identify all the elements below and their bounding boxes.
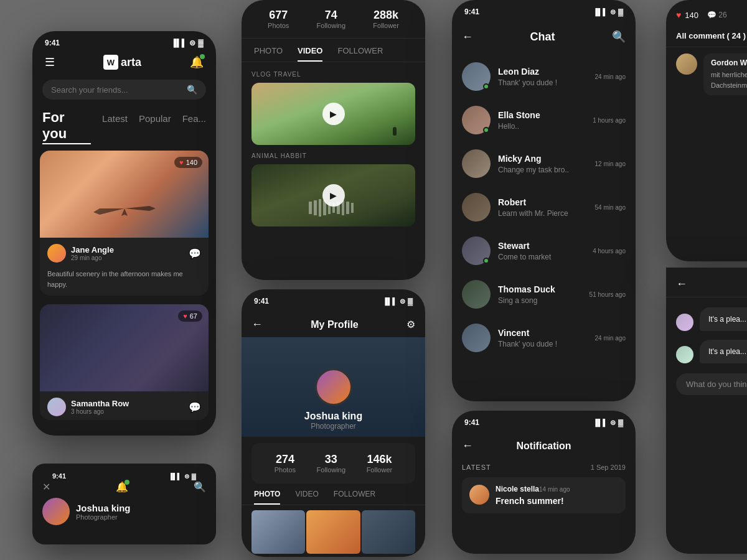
avatar-thomas — [462, 280, 491, 309]
photo-thumb-city[interactable] — [251, 510, 305, 554]
chat-item-micky[interactable]: Micky Ang Change my task bro.. 12 min ag… — [452, 142, 636, 185]
status-icons-2: ▐▌▌ ⊜ ▓ — [168, 473, 196, 480]
comment-item-gordon: Gordon Wa... mit herrlicher Aussicht: Bl… — [666, 47, 747, 101]
notif-avatar-nicole — [469, 485, 489, 505]
notif-content: Nicole stella 14 min ago French summer! — [496, 485, 570, 506]
ctab-all-comments[interactable]: All comment ( 24 ) — [676, 31, 746, 40]
chat-item-vincent[interactable]: Vincent Thank' you dude ! 24 min ago — [452, 316, 636, 360]
stat-follower-number: 288k — [373, 9, 399, 22]
svg-rect-1 — [314, 200, 317, 215]
search-bar[interactable]: 🔍 — [42, 80, 206, 100]
msg-text-2: It's a plea... Do you th... — [708, 346, 747, 357]
close-icon[interactable]: ✕ — [42, 481, 50, 493]
user-details-1: Jane Angle 29 min ago — [71, 245, 114, 261]
comment-bubble-gordon: Gordon Wa... mit herrlicher Aussicht: Bl… — [703, 54, 747, 95]
menu-icon[interactable]: ☰ — [45, 55, 55, 69]
status-bar-2: 9:41 ▐▌▌ ⊜ ▓ — [42, 470, 206, 481]
user-info-2: Samantha Row 3 hours ago — [47, 398, 129, 416]
pbl-user-role: Photographer — [76, 513, 131, 521]
chat-preview-vincent: Thank' you dude ! — [498, 340, 588, 348]
avatar-joshua-small — [42, 498, 70, 525]
chat-name-robert: Robert — [498, 197, 588, 207]
stat-following: 74 Following — [317, 9, 345, 29]
back-arrow-icon[interactable]: ← — [251, 318, 263, 331]
play-button-2[interactable]: ▶ — [322, 184, 345, 207]
phone-chat-detail: ← An... ••• It's a plea... Do you th... … — [666, 268, 747, 554]
msg-avatar-2 — [676, 346, 693, 363]
ptab-photo[interactable]: PHOTO — [254, 490, 280, 505]
tab-popular[interactable]: Popular — [139, 113, 171, 124]
chat-item-thomas[interactable]: Thomas Duck Sing a song 51 hours ago — [452, 273, 636, 316]
play-button-1[interactable]: ▶ — [322, 103, 345, 125]
status-icons-5: ▐▌▌ ⊜ ▓ — [593, 8, 623, 16]
chat-item-leon[interactable]: Leon Diaz Thank' you dude ! 24 min ago — [452, 55, 636, 98]
video-thumb-zebra[interactable]: ▶ — [251, 164, 415, 226]
card-user-2: Samantha Row 3 hours ago 💬 — [40, 391, 209, 420]
sp-count: 💬 26 — [707, 11, 727, 19]
video-section: VLOG TRAVEL ▶ ANIMAL HABBIT ▶ — [242, 62, 425, 239]
back-arrow-chat-icon[interactable]: ← — [462, 30, 473, 44]
vtab-photo[interactable]: PHOTO — [254, 46, 283, 62]
chat-info-ella: Ella Stone Hello.. — [498, 110, 585, 131]
pbl-user-row: Joshua king Photographer — [42, 498, 206, 525]
chat-item-stewart[interactable]: Stewart Come to market 4 hours ago — [452, 229, 636, 273]
signal-icon: ▐▌▌ — [171, 39, 187, 47]
tab-for-you[interactable]: For you — [42, 110, 91, 144]
ptab-follower[interactable]: FOLLOWER — [334, 490, 375, 505]
chat-title: Chat — [530, 30, 555, 44]
search-icon-2[interactable]: 🔍 — [194, 481, 206, 493]
photo-thumb-storm[interactable] — [362, 510, 415, 554]
phone-comments: ♥ 140 💬 26 All comment ( 24 ) Sp... Gord… — [666, 0, 747, 261]
stat-follower: 288k Follower — [373, 9, 399, 29]
chat-time-leon: 24 min ago — [595, 73, 626, 80]
vtab-video[interactable]: VIDEO — [298, 46, 322, 62]
chat-item-robert[interactable]: Robert Learn with Mr. Pierce 54 min ago — [452, 185, 636, 229]
phone-profile: 9:41 ▐▌▌ ⊜ ▓ ← My Profile ⚙ Joshua king … — [242, 289, 425, 557]
settings-icon[interactable]: ⚙ — [406, 319, 415, 330]
video-label-1: VLOG TRAVEL — [251, 71, 415, 78]
wifi-5: ⊜ — [610, 8, 616, 16]
like-count-number: 140 — [685, 11, 698, 20]
chat-info-vincent: Vincent Thank' you dude ! — [498, 328, 588, 348]
profile-name: Joshua king — [304, 411, 362, 422]
chat-input[interactable]: What do you think — [676, 373, 747, 395]
notification-bell-icon[interactable]: 🔔 — [190, 55, 204, 69]
heart-icon-2: ♥ — [183, 312, 187, 320]
pstat-follower-label: Follower — [367, 466, 393, 474]
tab-latest[interactable]: Latest — [102, 113, 128, 124]
card-user-1: Jane Angle 29 min ago 💬 — [40, 238, 209, 266]
search-input[interactable] — [51, 85, 182, 95]
photo-thumb-sunset[interactable] — [306, 510, 360, 554]
wifi-icon: ⊜ — [189, 39, 195, 47]
pbl-user-name: Joshua king — [76, 503, 131, 513]
ptab-video[interactable]: VIDEO — [295, 490, 318, 505]
chat-item-ella[interactable]: Ella Stone Hello.. 1 hours ago — [452, 98, 636, 142]
back-arrow-notif-icon[interactable]: ← — [462, 439, 473, 452]
online-dot-stewart — [483, 258, 489, 264]
chat-name-ella: Ella Stone — [498, 110, 585, 120]
comment-icon-2[interactable]: 💬 — [189, 401, 201, 413]
pstat-photos-label: Photos — [275, 466, 296, 474]
comment-icon-1[interactable]: 💬 — [189, 248, 201, 259]
chat-time-ella: 1 hours ago — [593, 117, 626, 124]
time-6: 9:41 — [464, 418, 479, 427]
user-name-1: Jane Angle — [71, 245, 114, 254]
photo-grid — [242, 505, 425, 557]
comments-tabs: All comment ( 24 ) Sp... — [676, 31, 747, 40]
feed-card-2: ♥ 67 Samantha Row 3 hours ago 💬 — [40, 304, 209, 420]
hiker-figure — [393, 127, 397, 136]
search-chat-icon[interactable]: 🔍 — [612, 30, 626, 44]
chat-info-thomas: Thomas Duck Sing a song — [498, 284, 582, 305]
online-dot-leon — [483, 83, 489, 90]
tab-featured[interactable]: Fea... — [182, 113, 206, 124]
chat-name-stewart: Stewart — [498, 241, 585, 251]
bell-icon-2[interactable]: 🔔 — [116, 481, 128, 493]
card-text-1: Beautiful scenery in the afternoon makes… — [40, 266, 209, 296]
video-thumb-travel[interactable]: ▶ — [251, 83, 415, 145]
latest-label: LATEST — [462, 464, 491, 471]
status-bar: 9:41 ▐▌▌ ⊜ ▓ — [32, 31, 216, 51]
chat-preview-robert: Learn with Mr. Pierce — [498, 209, 588, 218]
back-arrow-cd-icon[interactable]: ← — [676, 278, 687, 291]
vtab-follower[interactable]: FOLLOWER — [337, 46, 383, 62]
user-name-2: Samantha Row — [71, 399, 129, 408]
